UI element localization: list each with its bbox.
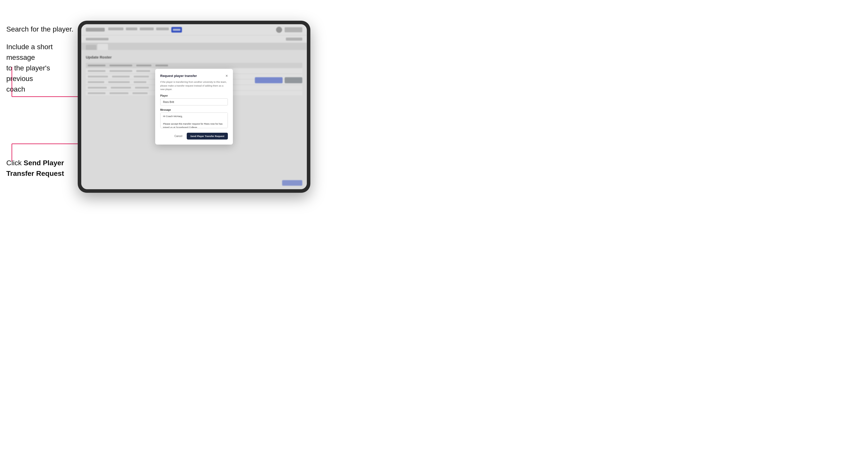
modal-title: Request player transfer [160, 74, 197, 78]
modal-footer: Cancel Send Player Transfer Request [160, 133, 228, 139]
player-field-label: Player [160, 94, 228, 97]
annotation-search: Search for the player. [6, 24, 73, 35]
cancel-button[interactable]: Cancel [172, 133, 185, 139]
request-transfer-modal: Request player transfer × If the player … [155, 69, 233, 145]
send-transfer-request-button[interactable]: Send Player Transfer Request [187, 133, 228, 139]
annotation-click: Click Send PlayerTransfer Request [6, 158, 64, 179]
annotation-click-bold: Send PlayerTransfer Request [6, 159, 64, 177]
message-field-label: Message [160, 108, 228, 111]
tablet-device: Update Roster [78, 21, 310, 193]
modal-overlay: Request player transfer × If the player … [81, 24, 307, 189]
modal-description: If the player is transferring from anoth… [160, 80, 228, 91]
player-input[interactable] [160, 98, 228, 105]
annotation-message: Include a short messageto the player's p… [6, 42, 74, 95]
tablet-screen: Update Roster [81, 24, 307, 189]
modal-header: Request player transfer × [160, 74, 228, 78]
message-textarea[interactable]: Hi Coach McHarg, Please accept this tran… [160, 113, 228, 128]
close-icon[interactable]: × [225, 74, 228, 78]
